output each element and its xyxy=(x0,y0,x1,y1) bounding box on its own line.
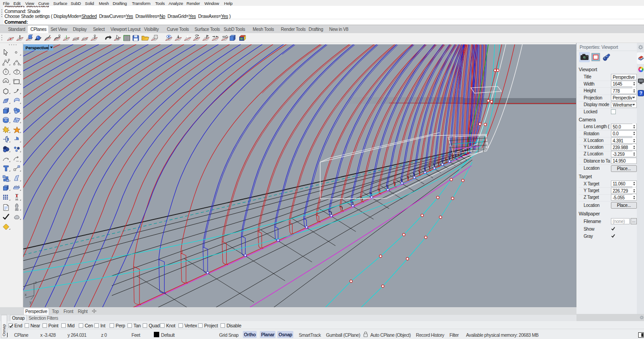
svg-text:z: z xyxy=(35,280,37,285)
svg-text:x: x xyxy=(25,292,27,297)
svg-text:y: y xyxy=(30,300,32,305)
svg-text:?: ? xyxy=(640,91,642,96)
